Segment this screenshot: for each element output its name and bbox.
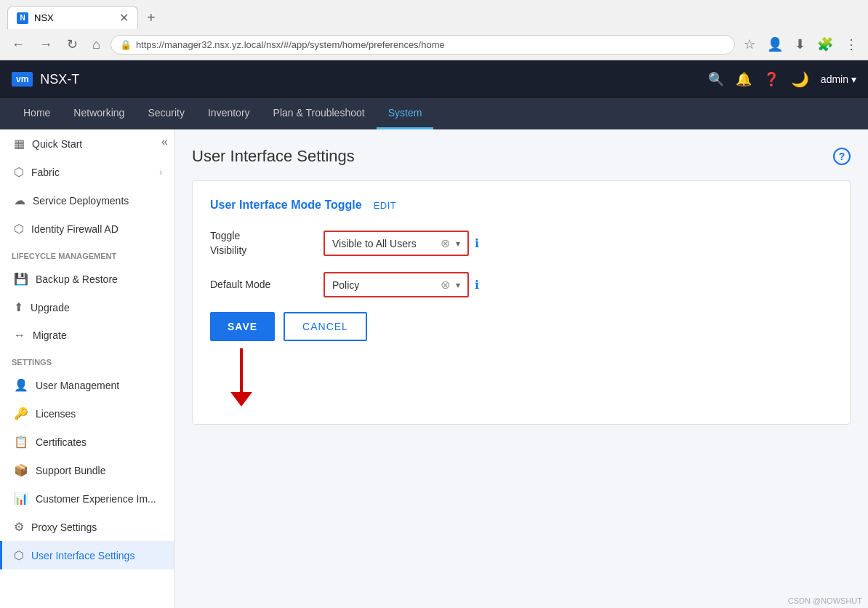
sidebar-item-backup-restore[interactable]: 💾 Backup & Restore bbox=[0, 265, 174, 293]
main-navigation: Home Networking Security Inventory Plan … bbox=[0, 98, 868, 129]
default-mode-select[interactable]: Policy ⊗ ▾ bbox=[324, 272, 469, 297]
page-title-bar: User Interface Settings ? bbox=[192, 147, 851, 166]
back-button[interactable]: ← bbox=[7, 34, 29, 55]
page-help-icon[interactable]: ? bbox=[833, 148, 851, 165]
default-mode-info-icon[interactable]: ℹ bbox=[475, 278, 479, 292]
card-header: User Interface Mode Toggle EDIT bbox=[210, 199, 832, 212]
upgrade-icon: ⬆ bbox=[14, 300, 23, 314]
sidebar-item-user-management[interactable]: 👤 User Management bbox=[0, 371, 174, 399]
sidebar-item-upgrade[interactable]: ⬆ Upgrade bbox=[0, 293, 174, 321]
sidebar-collapse-button[interactable]: « bbox=[161, 135, 168, 148]
sidebar-item-label: Identity Firewall AD bbox=[31, 223, 118, 235]
default-mode-control: Policy ⊗ ▾ ℹ bbox=[324, 272, 479, 297]
card-edit-link[interactable]: EDIT bbox=[374, 200, 397, 211]
default-mode-dropdown-icon[interactable]: ▾ bbox=[456, 280, 460, 290]
nav-networking[interactable]: Networking bbox=[62, 98, 136, 129]
sidebar-item-quick-start[interactable]: ▦ Quick Start bbox=[0, 129, 174, 158]
nav-home[interactable]: Home bbox=[12, 98, 62, 129]
nav-system[interactable]: System bbox=[377, 98, 434, 129]
licenses-icon: 🔑 bbox=[14, 407, 28, 420]
red-arrow-annotation bbox=[230, 348, 252, 407]
service-deployments-icon: ☁ bbox=[14, 193, 25, 207]
page-title: User Interface Settings bbox=[192, 147, 355, 166]
toggle-visibility-info-icon[interactable]: ℹ bbox=[475, 236, 479, 250]
support-bundle-icon: 📦 bbox=[14, 463, 28, 477]
default-mode-clear-icon[interactable]: ⊗ bbox=[441, 278, 450, 292]
menu-button[interactable]: ⋮ bbox=[842, 33, 861, 55]
user-dropdown-icon: ▾ bbox=[851, 73, 856, 85]
download-button[interactable]: ⬇ bbox=[792, 33, 808, 55]
forward-button[interactable]: → bbox=[35, 34, 57, 55]
certificates-icon: 📋 bbox=[14, 435, 28, 449]
sidebar-item-fabric[interactable]: ⬡ Fabric › bbox=[0, 158, 174, 186]
sidebar: « ▦ Quick Start ⬡ Fabric › ☁ Service Dep… bbox=[0, 129, 174, 608]
annotation-arrow-container bbox=[210, 348, 832, 407]
sidebar-item-licenses[interactable]: 🔑 Licenses bbox=[0, 399, 174, 428]
sidebar-item-label: Service Deployments bbox=[33, 195, 129, 207]
app-title: NSX-T bbox=[40, 72, 79, 87]
bell-icon[interactable]: 🔔 bbox=[736, 71, 752, 87]
home-button[interactable]: ⌂ bbox=[88, 34, 105, 55]
address-bar[interactable]: 🔒 https://manager32.nsx.yz.local/nsx/#/a… bbox=[110, 35, 735, 55]
toggle-visibility-dropdown-icon[interactable]: ▾ bbox=[456, 239, 460, 249]
profile-button[interactable]: 👤 bbox=[764, 33, 786, 55]
help-icon[interactable]: ❓ bbox=[763, 71, 779, 87]
toggle-visibility-row: ToggleVisibility Visible to All Users ⊗ … bbox=[210, 229, 832, 257]
browser-tab[interactable]: N NSX ✕ bbox=[7, 6, 138, 29]
extensions-button[interactable]: 🧩 bbox=[814, 33, 836, 55]
tab-label: NSX bbox=[34, 12, 54, 23]
bookmark-button[interactable]: ☆ bbox=[741, 33, 758, 55]
sidebar-item-label: Backup & Restore bbox=[36, 273, 118, 285]
identity-firewall-icon: ⬡ bbox=[14, 222, 24, 236]
reload-button[interactable]: ↻ bbox=[63, 33, 82, 55]
browser-right-icons: ☆ 👤 ⬇ 🧩 ⋮ bbox=[741, 33, 861, 55]
sidebar-item-label: Quick Start bbox=[32, 138, 82, 150]
tab-close-button[interactable]: ✕ bbox=[119, 11, 129, 25]
nav-security[interactable]: Security bbox=[136, 98, 196, 129]
save-button[interactable]: SAVE bbox=[210, 312, 275, 341]
user-management-icon: 👤 bbox=[14, 378, 28, 392]
browser-chrome: N NSX ✕ + ← → ↻ ⌂ 🔒 https://manager32.ns… bbox=[0, 0, 868, 60]
sidebar-item-certificates[interactable]: 📋 Certificates bbox=[0, 428, 174, 456]
user-menu[interactable]: admin ▾ bbox=[821, 73, 856, 85]
backup-restore-icon: 💾 bbox=[14, 272, 28, 286]
settings-section: Settings bbox=[0, 349, 174, 371]
sidebar-item-support-bundle[interactable]: 📦 Support Bundle bbox=[0, 456, 174, 484]
sidebar-item-label: Customer Experience Im... bbox=[36, 493, 156, 505]
customer-experience-icon: 📊 bbox=[14, 492, 28, 505]
browser-titlebar: N NSX ✕ + bbox=[0, 0, 868, 29]
proxy-settings-icon: ⚙ bbox=[14, 520, 24, 534]
new-tab-button[interactable]: + bbox=[144, 9, 158, 26]
sidebar-item-migrate[interactable]: ↔ Migrate bbox=[0, 321, 174, 349]
vm-logo: vm bbox=[12, 72, 33, 87]
nav-plan-troubleshoot[interactable]: Plan & Troubleshoot bbox=[262, 98, 377, 129]
sidebar-item-identity-firewall[interactable]: ⬡ Identity Firewall AD bbox=[0, 215, 174, 243]
browser-toolbar: ← → ↻ ⌂ 🔒 https://manager32.nsx.yz.local… bbox=[0, 29, 868, 60]
dark-mode-icon[interactable]: 🌙 bbox=[791, 71, 809, 88]
sidebar-item-user-interface-settings[interactable]: ⬡ User Interface Settings bbox=[0, 541, 174, 569]
toggle-visibility-label: ToggleVisibility bbox=[210, 229, 312, 257]
svg-marker-1 bbox=[230, 392, 252, 407]
sidebar-item-label: Fabric bbox=[31, 167, 60, 178]
sidebar-item-service-deployments[interactable]: ☁ Service Deployments bbox=[0, 186, 174, 215]
default-mode-label: Default Mode bbox=[210, 278, 312, 292]
address-url: https://manager32.nsx.yz.local/nsx/#/app… bbox=[136, 39, 445, 50]
sidebar-item-label: Upgrade bbox=[31, 302, 70, 313]
nav-inventory[interactable]: Inventory bbox=[196, 98, 262, 129]
toggle-visibility-clear-icon[interactable]: ⊗ bbox=[441, 236, 450, 250]
toggle-visibility-select[interactable]: Visible to All Users ⊗ ▾ bbox=[324, 231, 469, 256]
user-interface-settings-icon: ⬡ bbox=[14, 548, 24, 562]
cancel-button[interactable]: CANCEL bbox=[284, 312, 367, 341]
sidebar-item-label: User Management bbox=[36, 380, 119, 391]
search-icon[interactable]: 🔍 bbox=[708, 71, 724, 87]
fabric-icon: ⬡ bbox=[14, 165, 24, 179]
main-content: User Interface Settings ? User Interface… bbox=[174, 129, 868, 608]
sidebar-item-proxy-settings[interactable]: ⚙ Proxy Settings bbox=[0, 513, 174, 541]
ui-settings-card: User Interface Mode Toggle EDIT ToggleVi… bbox=[192, 180, 851, 425]
default-mode-value: Policy bbox=[332, 279, 435, 291]
app-header-right: 🔍 🔔 ❓ 🌙 admin ▾ bbox=[708, 71, 856, 88]
quick-start-icon: ▦ bbox=[14, 137, 25, 151]
sidebar-item-label: Proxy Settings bbox=[31, 521, 97, 533]
sidebar-item-customer-experience[interactable]: 📊 Customer Experience Im... bbox=[0, 484, 174, 513]
tab-favicon: N bbox=[17, 12, 28, 24]
